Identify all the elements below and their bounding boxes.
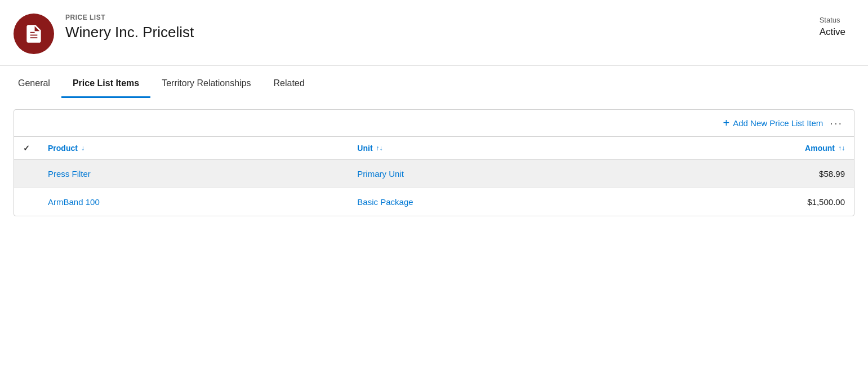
entity-icon xyxy=(14,14,54,54)
status-value: Active xyxy=(820,26,845,38)
column-header-check: ✓ xyxy=(14,137,39,160)
tab-price-list-items[interactable]: Price List Items xyxy=(61,68,150,98)
product-link-armband[interactable]: ArmBand 100 xyxy=(48,197,100,207)
row-amount-1: $58.99 xyxy=(633,160,854,188)
tab-general[interactable]: General xyxy=(14,68,61,98)
product-sort-icon: ↓ xyxy=(81,144,84,152)
main-content: + Add New Price List Item ··· ✓ Product … xyxy=(0,98,868,228)
add-button-label: Add New Price List Item xyxy=(733,118,823,128)
plus-icon: + xyxy=(723,117,730,130)
add-new-price-list-item-button[interactable]: + Add New Price List Item xyxy=(723,117,824,130)
unit-label: Unit xyxy=(357,144,372,153)
column-header-unit[interactable]: Unit ↑↓ xyxy=(348,137,633,160)
unit-sort-icon: ↑↓ xyxy=(376,144,383,152)
more-options-button[interactable]: ··· xyxy=(827,117,845,130)
status-label: Status xyxy=(820,16,845,24)
entity-title: Winery Inc. Pricelist xyxy=(65,24,808,41)
row-unit-2: Basic Package xyxy=(348,188,633,216)
unit-sort[interactable]: Unit ↑↓ xyxy=(357,144,382,153)
product-link-press-filter[interactable]: Press Filter xyxy=(48,169,91,179)
tab-related[interactable]: Related xyxy=(262,68,315,98)
price-list-icon xyxy=(23,23,44,44)
table-header-row: ✓ Product ↓ Unit ↑↓ xyxy=(14,137,854,160)
product-label: Product xyxy=(48,144,78,153)
page-header: PRICE LIST Winery Inc. Pricelist Status … xyxy=(0,0,868,66)
column-header-amount[interactable]: Amount ↑↓ xyxy=(633,137,854,160)
table-row: ArmBand 100 Basic Package $1,500.00 xyxy=(14,188,854,216)
entity-info: PRICE LIST Winery Inc. Pricelist xyxy=(65,14,808,41)
price-list-items-table-container: + Add New Price List Item ··· ✓ Product … xyxy=(14,109,854,216)
amount-label: Amount xyxy=(805,144,835,153)
entity-label: PRICE LIST xyxy=(65,14,808,21)
column-header-product[interactable]: Product ↓ xyxy=(39,137,348,160)
row-product-2: ArmBand 100 xyxy=(39,188,348,216)
price-list-items-table: ✓ Product ↓ Unit ↑↓ xyxy=(14,137,854,216)
amount-sort-icon: ↑↓ xyxy=(838,144,845,152)
product-sort[interactable]: Product ↓ xyxy=(48,144,84,153)
row-unit-1: Primary Unit xyxy=(348,160,633,188)
unit-link-primary[interactable]: Primary Unit xyxy=(357,169,404,179)
tab-territory-relationships[interactable]: Territory Relationships xyxy=(150,68,262,98)
row-product-1: Press Filter xyxy=(39,160,348,188)
amount-sort[interactable]: Amount ↑↓ xyxy=(805,144,845,153)
status-block: Status Active xyxy=(820,14,845,38)
table-row: Press Filter Primary Unit $58.99 xyxy=(14,160,854,188)
row-check-1[interactable] xyxy=(14,160,39,188)
row-check-2[interactable] xyxy=(14,188,39,216)
unit-link-basic[interactable]: Basic Package xyxy=(357,197,413,207)
row-amount-2: $1,500.00 xyxy=(633,188,854,216)
tab-bar: General Price List Items Territory Relat… xyxy=(0,68,868,98)
table-toolbar: + Add New Price List Item ··· xyxy=(14,110,854,137)
